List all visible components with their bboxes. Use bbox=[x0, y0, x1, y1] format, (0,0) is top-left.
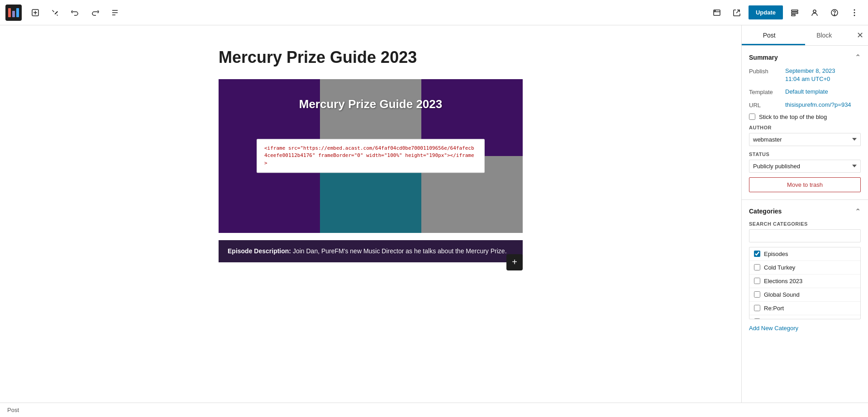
summary-toggle[interactable]: ⌃ bbox=[855, 53, 861, 62]
svg-rect-4 bbox=[792, 12, 798, 14]
add-new-category-button[interactable]: Add New Category bbox=[749, 325, 798, 332]
sidebar: Post Block ✕ Summary ⌃ Publish September… bbox=[741, 25, 868, 403]
list-item: The Matchday Service bbox=[749, 315, 860, 319]
categories-toggle[interactable]: ⌃ bbox=[855, 207, 861, 216]
document-overview-button[interactable] bbox=[107, 5, 123, 21]
bottom-bar: Post bbox=[0, 403, 868, 417]
stick-to-top-row: Stick to the top of the blog bbox=[749, 114, 861, 120]
redo-button[interactable] bbox=[87, 5, 103, 21]
list-item: Cold Turkey bbox=[749, 261, 860, 275]
category-checkbox-matchday[interactable] bbox=[754, 318, 760, 319]
tab-active-indicator bbox=[742, 44, 805, 45]
category-label-elections-2023[interactable]: Elections 2023 bbox=[764, 278, 802, 284]
status-label: STATUS bbox=[749, 152, 861, 157]
stick-to-top-checkbox[interactable] bbox=[749, 114, 755, 120]
category-checkbox-report[interactable] bbox=[754, 305, 760, 311]
logo-bar-1 bbox=[8, 8, 11, 17]
svg-rect-5 bbox=[792, 14, 795, 16]
template-row: Template Default template bbox=[749, 88, 861, 96]
help-button[interactable] bbox=[826, 5, 843, 21]
more-options-button[interactable] bbox=[846, 5, 863, 21]
template-label: Template bbox=[749, 88, 785, 95]
add-block-inline-button[interactable]: + bbox=[506, 254, 523, 270]
status-section: STATUS Publicly published bbox=[749, 152, 861, 173]
category-label-episodes[interactable]: Episodes bbox=[764, 251, 788, 257]
tools-button[interactable] bbox=[47, 5, 63, 21]
svg-point-8 bbox=[834, 14, 835, 15]
list-item: Re:Port bbox=[749, 302, 860, 315]
category-checkbox-cold-turkey[interactable] bbox=[754, 264, 760, 270]
summary-header: Summary ⌃ bbox=[749, 53, 861, 62]
svg-point-10 bbox=[854, 12, 855, 13]
preview-button[interactable] bbox=[709, 5, 725, 21]
categories-list: Episodes Cold Turkey Elections 2023 Glob… bbox=[749, 247, 861, 319]
svg-rect-3 bbox=[792, 10, 798, 11]
episode-description-label: Episode Description: bbox=[228, 247, 291, 255]
template-value[interactable]: Default template bbox=[785, 88, 828, 96]
list-item: Global Sound bbox=[749, 288, 860, 302]
embed-code-block[interactable]: <iframe src="https://embed.acast.com/64f… bbox=[257, 139, 485, 173]
embed-wrapper: Mercury Prize Guide 2023 <iframe src="ht… bbox=[219, 79, 523, 262]
url-row: URL thisispurefm.com/?p=934 bbox=[749, 101, 861, 109]
svg-point-6 bbox=[813, 10, 816, 13]
categories-title: Categories bbox=[749, 208, 782, 215]
toolbar-right: Update bbox=[709, 5, 863, 21]
author-label: AUTHOR bbox=[749, 125, 861, 130]
post-title[interactable]: Mercury Prize Guide 2023 bbox=[219, 47, 523, 68]
tab-block[interactable]: Block bbox=[797, 25, 852, 45]
search-categories-input[interactable] bbox=[749, 229, 861, 242]
add-block-button[interactable] bbox=[27, 5, 43, 21]
sidebar-tabs: Post Block ✕ bbox=[742, 25, 868, 46]
categories-section: Categories ⌃ SEARCH CATEGORIES Episodes … bbox=[742, 200, 868, 403]
categories-header: Categories ⌃ bbox=[749, 207, 861, 216]
category-checkbox-global-sound[interactable] bbox=[754, 291, 760, 298]
url-label: URL bbox=[749, 101, 785, 109]
summary-title: Summary bbox=[749, 54, 778, 61]
status-select[interactable]: Publicly published bbox=[749, 160, 861, 173]
editor-area[interactable]: Mercury Prize Guide 2023 Mercury Prize G… bbox=[0, 25, 741, 403]
episode-description: Episode Description: Join Dan, PureFM's … bbox=[219, 240, 523, 262]
undo-button[interactable] bbox=[67, 5, 83, 21]
wordpress-logo bbox=[5, 5, 22, 21]
category-checkbox-episodes[interactable] bbox=[754, 251, 760, 257]
publish-row: Publish September 8, 2023 11:04 am UTC+0 bbox=[749, 67, 861, 83]
stick-to-top-label[interactable]: Stick to the top of the blog bbox=[759, 114, 827, 120]
category-label-matchday[interactable]: The Matchday Service bbox=[764, 318, 822, 319]
toolbar: Update bbox=[0, 0, 868, 25]
category-label-global-sound[interactable]: Global Sound bbox=[764, 291, 800, 298]
category-label-cold-turkey[interactable]: Cold Turkey bbox=[764, 264, 795, 271]
episode-description-text: Join Dan, PureFM's new Music Director as… bbox=[291, 247, 507, 255]
publish-date: September 8, 2023 bbox=[785, 67, 835, 74]
tab-post[interactable]: Post bbox=[742, 25, 797, 45]
publish-value[interactable]: September 8, 2023 11:04 am UTC+0 bbox=[785, 67, 835, 83]
user-avatar-button[interactable] bbox=[806, 5, 823, 21]
publish-time: 11:04 am UTC+0 bbox=[785, 76, 830, 82]
logo-bar-3 bbox=[16, 8, 19, 17]
logo-bars bbox=[8, 8, 19, 17]
category-checkbox-elections-2023[interactable] bbox=[754, 278, 760, 284]
publish-label: Publish bbox=[749, 67, 785, 75]
author-select[interactable]: webmaster bbox=[749, 133, 861, 146]
list-item: Elections 2023 bbox=[749, 275, 860, 288]
sidebar-close-button[interactable]: ✕ bbox=[852, 25, 868, 45]
svg-point-2 bbox=[715, 10, 715, 11]
summary-section: Summary ⌃ Publish September 8, 2023 11:0… bbox=[742, 46, 868, 200]
embed-code-text: <iframe src="https://embed.acast.com/64f… bbox=[264, 145, 474, 166]
svg-point-11 bbox=[854, 14, 855, 16]
move-to-trash-button[interactable]: Move to trash bbox=[749, 177, 861, 192]
logo-bar-2 bbox=[12, 11, 15, 17]
category-label-report[interactable]: Re:Port bbox=[764, 305, 784, 312]
bottom-bar-label: Post bbox=[7, 407, 19, 413]
update-button[interactable]: Update bbox=[749, 5, 783, 19]
main-area: Mercury Prize Guide 2023 Mercury Prize G… bbox=[0, 25, 868, 403]
svg-point-9 bbox=[854, 9, 855, 10]
author-section: AUTHOR webmaster bbox=[749, 125, 861, 146]
embed-block: Mercury Prize Guide 2023 <iframe src="ht… bbox=[219, 79, 523, 233]
url-value[interactable]: thisispurefm.com/?p=934 bbox=[785, 101, 851, 109]
view-post-button[interactable] bbox=[729, 5, 745, 21]
list-item: Episodes bbox=[749, 247, 860, 261]
editor-settings-toggle[interactable] bbox=[787, 5, 803, 21]
editor-content: Mercury Prize Guide 2023 Mercury Prize G… bbox=[208, 47, 534, 381]
search-categories-label: SEARCH CATEGORIES bbox=[749, 221, 861, 227]
